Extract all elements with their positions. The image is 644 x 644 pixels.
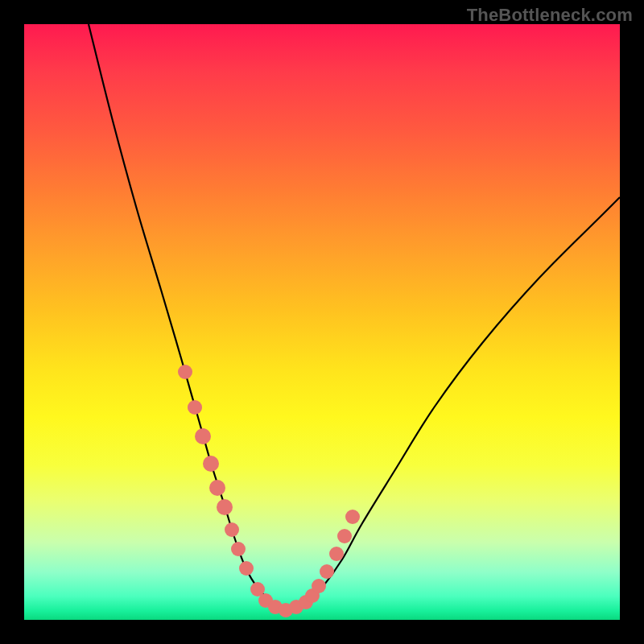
curve-layer	[24, 24, 620, 620]
sample-marker	[178, 365, 192, 379]
sample-marker	[209, 480, 225, 496]
sample-marker	[195, 428, 211, 444]
sample-marker	[239, 561, 254, 576]
sample-marker	[225, 522, 239, 537]
sample-marker	[337, 529, 352, 543]
chart-stage: TheBottleneck.com	[0, 0, 644, 644]
sample-marker	[231, 542, 246, 556]
sample-marker	[320, 564, 334, 579]
sample-marker	[329, 547, 344, 561]
plot-area	[24, 24, 620, 620]
watermark-text: TheBottleneck.com	[467, 5, 633, 26]
marker-group	[178, 365, 360, 617]
sample-marker	[312, 579, 326, 593]
sample-marker	[345, 510, 360, 524]
sample-marker	[188, 400, 202, 415]
sample-marker	[203, 456, 219, 472]
sample-marker	[217, 499, 233, 515]
